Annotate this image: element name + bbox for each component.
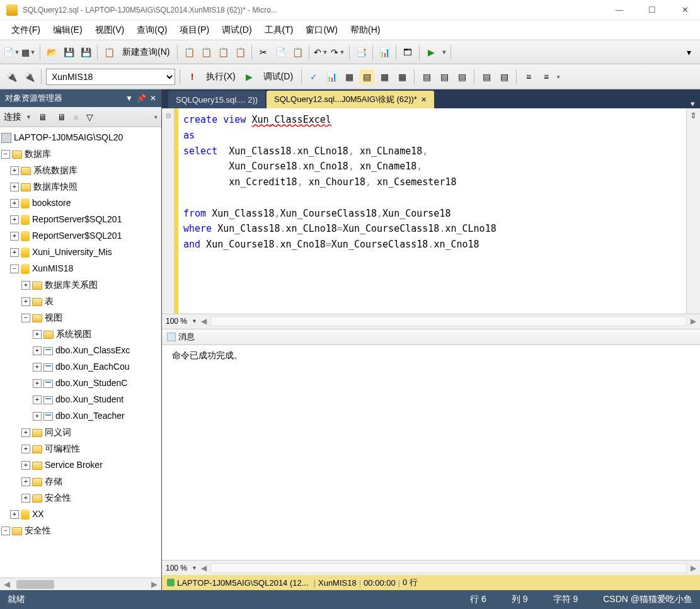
messages-tab[interactable]: 消息 (162, 329, 700, 345)
registered-icon[interactable]: 🗔 (400, 45, 415, 60)
storage-node[interactable]: 存储 (45, 474, 62, 490)
zoom-level-2[interactable]: 100 % (166, 564, 187, 572)
expand-icon[interactable]: + (10, 232, 19, 241)
db-xuni[interactable]: Xuni_University_Mis (32, 244, 112, 261)
cut-icon[interactable]: ✂ (256, 45, 271, 60)
tab-sqlquery12[interactable]: SQLQuery12.sql...J0M5AIG\徐妮 (62))*✕ (267, 91, 434, 108)
menu-tools[interactable]: 工具(T) (258, 22, 300, 38)
expand-icon[interactable]: − (1, 150, 10, 159)
security2-node[interactable]: 安全性 (25, 523, 51, 539)
new-item-icon[interactable]: ▦▼ (21, 45, 36, 60)
tab-sqlquery15[interactable]: SQLQuery15.sql.... 2)) (168, 91, 265, 108)
open-icon[interactable]: 📂 (44, 45, 59, 60)
start-icon[interactable]: ▶ (423, 45, 439, 60)
tables-node[interactable]: 表 (45, 293, 54, 310)
new-query-icon[interactable]: 📋 (101, 45, 117, 60)
connect-button[interactable]: 连接 (4, 111, 21, 123)
comment-icon[interactable]: ▤ (419, 69, 434, 84)
expand-icon[interactable]: + (33, 396, 42, 404)
results-text-icon[interactable]: ▤ (359, 69, 374, 84)
menu-view[interactable]: 视图(V) (89, 22, 131, 38)
db-xunmis[interactable]: XunMIS18 (32, 261, 73, 277)
code-editor[interactable]: ⊟ create view Xun_ClassExcel as select X… (162, 108, 700, 314)
expand-icon[interactable]: + (10, 183, 19, 191)
plan-icon[interactable]: 📊 (324, 69, 339, 84)
expand-icon[interactable]: + (10, 215, 19, 224)
menu-debug[interactable]: 调试(D) (215, 22, 258, 38)
xmla-icon[interactable]: 📋 (232, 45, 248, 60)
uncomment-icon[interactable]: ▤ (437, 69, 452, 84)
menu-window[interactable]: 窗口(W) (299, 22, 344, 38)
oe-filter-icon[interactable]: ▽ (82, 110, 97, 125)
undo-icon[interactable]: ↶▼ (313, 45, 328, 60)
panel-close-icon[interactable]: ✕ (150, 94, 156, 103)
overflow-icon[interactable]: ▾ (681, 45, 696, 60)
view-classexc[interactable]: dbo.Xun_ClassExc (55, 343, 130, 359)
outdent-icon[interactable]: ▤ (496, 69, 512, 84)
expand-icon[interactable]: + (10, 199, 19, 208)
results-grid-icon[interactable]: ▦ (377, 69, 392, 84)
minimize-button[interactable]: — (611, 5, 628, 14)
expand-icon[interactable]: + (21, 477, 30, 486)
panel-pin-icon[interactable]: 📌 (137, 94, 146, 103)
sysviews-node[interactable]: 系统视图 (56, 326, 91, 343)
view-teacher[interactable]: dbo.Xun_Teacher (55, 408, 125, 424)
mdx-icon[interactable]: 📋 (198, 45, 214, 60)
paste-icon[interactable]: 📋 (290, 45, 305, 60)
db-xx[interactable]: XX (32, 506, 44, 523)
snapshot-node[interactable]: 数据库快照 (33, 179, 77, 195)
expand-icon[interactable]: + (21, 281, 30, 290)
results-file-icon[interactable]: ▦ (394, 69, 410, 84)
views-node[interactable]: 视图 (45, 310, 62, 326)
debug-play-icon[interactable]: ▶ (242, 69, 257, 84)
menu-project[interactable]: 项目(P) (173, 22, 215, 38)
expand-icon[interactable]: + (33, 330, 42, 339)
tree-hscrollbar[interactable]: ◀▶ (0, 578, 161, 590)
redo-icon[interactable]: ↷▼ (330, 45, 345, 60)
ic3-icon[interactable]: ▤ (454, 69, 469, 84)
expand-icon[interactable]: + (33, 363, 42, 372)
view-student[interactable]: dbo.Xun_Student (55, 392, 123, 408)
code-text[interactable]: create view Xun_ClassExcel as select Xun… (178, 108, 686, 314)
split-icon[interactable]: ⇕ (686, 108, 700, 314)
parse-icon[interactable]: ✓ (306, 69, 321, 84)
database-combo[interactable]: XunMIS18 (46, 69, 175, 85)
view-eachcou[interactable]: dbo.Xun_EachCou (55, 359, 130, 375)
indent-dec-icon[interactable]: ≡ (539, 69, 554, 84)
msg-hscrollbar[interactable] (210, 563, 687, 573)
view-studenc[interactable]: dbo.Xun_StudenC (55, 375, 127, 392)
prog-node[interactable]: 可编程性 (45, 441, 80, 457)
execute-button[interactable]: 执行(X) (202, 70, 239, 84)
expand-icon[interactable]: + (21, 445, 30, 453)
new-project-icon[interactable]: 📄▼ (4, 45, 19, 60)
expand-icon[interactable]: + (10, 248, 19, 257)
save-all-icon[interactable]: 💾 (78, 45, 93, 60)
indent-icon[interactable]: ▤ (479, 69, 494, 84)
maximize-button[interactable]: ☐ (643, 5, 661, 14)
expand-icon[interactable]: + (10, 166, 19, 175)
zoom-level[interactable]: 100 % (166, 317, 187, 326)
diagram-node[interactable]: 数据库关系图 (45, 277, 98, 293)
indent-inc-icon[interactable]: ≡ (521, 69, 536, 84)
menu-query[interactable]: 查询(Q) (130, 22, 173, 38)
sysdb-node[interactable]: 系统数据库 (33, 162, 77, 179)
databases-node[interactable]: 数据库 (25, 146, 51, 162)
activity-icon[interactable]: 📊 (377, 45, 392, 60)
debug-button[interactable]: 调试(D) (260, 70, 297, 84)
new-query-button[interactable]: 新建查询(N) (118, 45, 173, 59)
security-node[interactable]: 安全性 (45, 490, 71, 506)
nav-back-icon[interactable]: 📑 (353, 45, 369, 60)
expand-icon[interactable]: − (21, 314, 30, 322)
oe-icon2[interactable]: 🖥 (54, 110, 69, 125)
expand-icon[interactable]: − (10, 265, 19, 273)
options-icon[interactable]: ▦ (341, 69, 357, 84)
server-node[interactable]: LAPTOP-1J0M5AIG\SQL20 (14, 130, 123, 146)
execute-icon[interactable]: ! (185, 69, 200, 84)
expand-icon[interactable]: + (21, 297, 30, 306)
start-dropdown[interactable]: ▼ (441, 49, 447, 55)
outline-gutter[interactable]: ⊟ (162, 108, 175, 314)
de-icon[interactable]: 📋 (181, 45, 197, 60)
sb-node[interactable]: Service Broker (45, 457, 103, 474)
expand-icon[interactable]: + (21, 428, 30, 437)
oe-overflow[interactable]: ▾ (154, 114, 158, 120)
